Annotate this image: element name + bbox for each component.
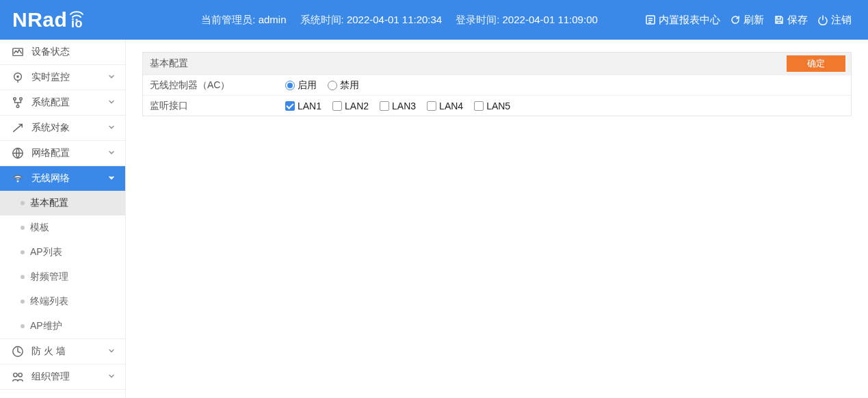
checkbox-input[interactable]: [474, 101, 484, 111]
sub-label: 模板: [30, 222, 49, 234]
nav-item-sysobj[interactable]: 系统对象: [0, 116, 125, 140]
monitor-icon: [11, 71, 25, 83]
nav-label: 系统配置: [31, 96, 70, 109]
header-bar: NRad io 当前管理员: admin 系统时间: 2022-04-01 11…: [0, 0, 868, 40]
bullet-icon: [21, 226, 25, 230]
checkbox-label: LAN2: [345, 101, 369, 111]
nav-item-netconf[interactable]: 网络配置: [0, 141, 125, 165]
firewall-icon: [11, 345, 25, 358]
nav-label: 实时监控: [31, 71, 70, 83]
checkbox-label: LAN3: [392, 101, 416, 111]
nav-item-status[interactable]: 设备状态: [0, 40, 125, 64]
sub-label: AP维护: [30, 320, 62, 332]
chevron-down-icon: [107, 173, 116, 184]
svg-text:io: io: [71, 16, 83, 27]
admin-info: 当前管理员: admin: [201, 14, 286, 27]
checkbox-lan3[interactable]: LAN3: [380, 101, 416, 111]
checkbox-input[interactable]: [332, 101, 342, 111]
nav-item-wifi[interactable]: 无线网络: [0, 166, 125, 191]
chevron-down-icon: [107, 148, 116, 159]
svg-point-13: [18, 373, 22, 377]
nav-label: 防 火 墙: [31, 345, 66, 358]
label-ac: 无线控制器（AC）: [143, 79, 285, 92]
chevron-down-icon: [107, 371, 116, 382]
logout-button[interactable]: 注销: [817, 14, 852, 27]
sub-item[interactable]: 模板: [0, 215, 125, 240]
radio-label: 启用: [298, 79, 317, 92]
row-ac-controller: 无线控制器（AC） 启用禁用: [143, 75, 851, 95]
sub-item[interactable]: 终端列表: [0, 289, 125, 314]
radio-input[interactable]: [285, 81, 295, 90]
bullet-icon: [21, 324, 25, 328]
checkbox-label: LAN5: [486, 101, 510, 111]
chevron-down-icon: [107, 97, 116, 108]
wifi-logo-icon: io: [68, 8, 85, 27]
sub-item[interactable]: AP维护: [0, 314, 125, 339]
checkbox-lan4[interactable]: LAN4: [427, 101, 463, 111]
row-listen-interfaces: 监听接口 LAN1LAN2LAN3LAN4LAN5: [143, 95, 851, 116]
sub-item[interactable]: 基本配置: [0, 191, 125, 215]
checkbox-lan2[interactable]: LAN2: [332, 101, 369, 111]
sub-label: 基本配置: [30, 197, 68, 209]
radio-label: 禁用: [340, 79, 359, 92]
nav-label: 系统对象: [31, 122, 70, 134]
checkbox-lan1[interactable]: LAN1: [285, 101, 321, 111]
nav-label: 组织管理: [31, 371, 70, 383]
save-button[interactable]: 保存: [774, 14, 808, 27]
nav-item-org[interactable]: 组织管理: [0, 364, 125, 389]
main-content: 基本配置 确定 无线控制器（AC） 启用禁用 监听接口 LAN1LAN2LAN3…: [126, 40, 868, 398]
nav-item-monitor[interactable]: 实时监控: [0, 65, 125, 90]
refresh-button[interactable]: 刷新: [730, 14, 764, 27]
checkbox-input[interactable]: [427, 101, 436, 111]
nav-label: 网络配置: [31, 147, 70, 159]
logintime-info: 登录时间: 2022-04-01 11:09:00: [456, 14, 598, 27]
header-actions: 内置报表中心 刷新 保存 注销: [645, 14, 852, 27]
radio-ac-enable[interactable]: 启用: [285, 79, 317, 92]
sub-item[interactable]: AP列表: [0, 240, 125, 265]
report-icon: [645, 14, 656, 25]
checkbox-input[interactable]: [285, 101, 295, 111]
radio-ac-disable[interactable]: 禁用: [328, 79, 359, 92]
nav-item-sysconf[interactable]: 系统配置: [0, 90, 125, 115]
netconf-icon: [11, 147, 25, 159]
svg-point-12: [14, 373, 17, 377]
nav-label: 设备状态: [31, 46, 70, 58]
sub-label: 终端列表: [30, 295, 68, 308]
svg-point-10: [17, 181, 19, 183]
panel-title: 基本配置: [150, 57, 188, 70]
wifi-icon: [11, 172, 25, 185]
sysconf-icon: [11, 96, 25, 109]
org-icon: [11, 371, 25, 383]
sidebar: 设备状态实时监控系统配置系统对象网络配置无线网络基本配置模板AP列表射频管理终端…: [0, 40, 126, 398]
systime-info: 系统时间: 2022-04-01 11:20:34: [300, 14, 443, 27]
chevron-down-icon: [107, 122, 116, 133]
field-ac: 启用禁用: [285, 77, 851, 94]
brand-logo: NRad io: [12, 8, 85, 31]
sub-item[interactable]: 射频管理: [0, 265, 125, 289]
checkbox-lan5[interactable]: LAN5: [474, 101, 510, 111]
chevron-down-icon: [107, 346, 116, 357]
checkbox-label: LAN1: [298, 101, 321, 111]
save-icon: [774, 14, 785, 25]
checkbox-input[interactable]: [380, 101, 389, 111]
bullet-icon: [21, 275, 25, 279]
logout-icon: [817, 14, 828, 25]
header-info: 当前管理员: admin 系统时间: 2022-04-01 11:20:34 登…: [201, 14, 597, 27]
sysobj-icon: [11, 122, 25, 134]
bullet-icon: [21, 250, 25, 254]
chevron-down-icon: [107, 72, 116, 83]
radio-input[interactable]: [328, 81, 337, 90]
nav-item-firewall[interactable]: 防 火 墙: [0, 339, 125, 364]
checkbox-label: LAN4: [439, 101, 463, 111]
bullet-icon: [21, 201, 25, 205]
refresh-icon: [730, 14, 741, 25]
panel-header: 基本配置 确定: [143, 53, 851, 75]
field-listen: LAN1LAN2LAN3LAN4LAN5: [285, 98, 851, 114]
confirm-button[interactable]: 确定: [787, 55, 845, 72]
svg-point-5: [16, 75, 19, 78]
sub-label: AP列表: [30, 246, 62, 258]
report-center-button[interactable]: 内置报表中心: [645, 14, 720, 27]
basic-config-panel: 基本配置 确定 无线控制器（AC） 启用禁用 监听接口 LAN1LAN2LAN3…: [142, 52, 852, 116]
nav-label: 无线网络: [31, 172, 70, 185]
sub-label: 射频管理: [30, 271, 68, 283]
